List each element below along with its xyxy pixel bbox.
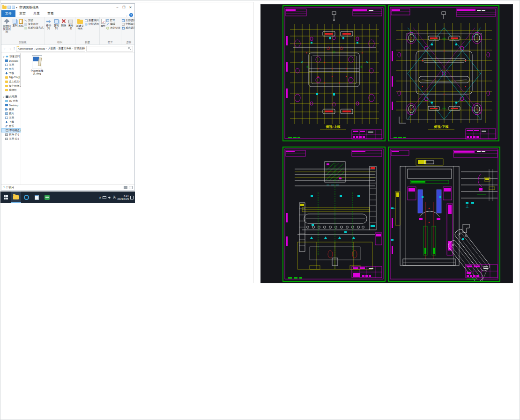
select-none-button[interactable]: 全部取消 — [122, 22, 134, 26]
copy-path-button[interactable]: 复制路径 — [24, 22, 44, 26]
sidebar-item-3d-objects[interactable]: 3D 对象 — [1, 99, 21, 103]
breadcrumb[interactable]: Administrator Desktop 大航图 新建文件夹 空调面板模具 ⌄… — [16, 46, 85, 52]
edit-button[interactable]: 编辑 — [106, 22, 120, 26]
move-to-button[interactable]: 移动到 — [45, 18, 52, 30]
sidebar-item-desktop-pc[interactable]: Desktop — [1, 103, 21, 107]
sidebar-scrollbar[interactable] — [20, 53, 21, 86]
sidebar-item-folder[interactable]: 稿纸组 — [1, 88, 21, 92]
cut-icon — [24, 19, 27, 22]
taskbar-file-explorer[interactable] — [11, 192, 21, 203]
group-label-clipboard: 剪贴板 — [2, 40, 44, 44]
select-all-button[interactable]: 全部选择 — [122, 19, 134, 22]
new-folder-icon — [77, 20, 83, 24]
rename-button[interactable]: 重命名 — [67, 18, 74, 30]
browser-icon — [24, 195, 29, 200]
sidebar-item-documents[interactable]: 文档 — [1, 63, 21, 67]
breadcrumb-item[interactable]: 大航图 — [45, 47, 55, 50]
sidebar-item-folder[interactable]: 桌上稿文件 — [1, 80, 21, 84]
paste-shortcut-icon — [24, 27, 27, 29]
sidebar-item-drive-d[interactable]: 软件 (D:) — [1, 133, 21, 137]
sidebar-item-music[interactable]: 音乐 — [1, 124, 21, 128]
qat-newfolder-icon[interactable] — [12, 6, 15, 9]
copy-to-button[interactable]: 复制到 — [52, 18, 59, 30]
close-button[interactable]: ✕ — [127, 5, 134, 10]
quick-access-toolbar: ▾ — [2, 6, 17, 9]
help-icon[interactable]: ? — [129, 13, 133, 17]
taskbar-clock[interactable]: 8:41 2021/3/29 — [118, 195, 129, 200]
back-button[interactable]: ← — [3, 46, 7, 51]
breadcrumb-item[interactable]: Desktop — [33, 47, 45, 50]
sidebar-item-drive-e[interactable]: 文档 (E:) — [1, 137, 21, 141]
sheet-title-text: 俯视-下模 — [434, 125, 449, 129]
paste-button[interactable]: 粘贴 — [18, 18, 24, 28]
window-controls: – ❐ ✕ — [114, 5, 134, 10]
breadcrumb-item[interactable]: Administrator — [18, 47, 33, 50]
sidebar-item-downloads-pc[interactable]: 下载 — [1, 120, 21, 124]
pictures-icon — [5, 112, 8, 115]
history-button[interactable]: 历史记录 — [106, 26, 120, 29]
title-bar: ▾ 空调面板模具 – ❐ ✕ — [1, 4, 134, 11]
search-input[interactable] — [86, 46, 133, 52]
tab-view[interactable]: 查看 — [44, 10, 58, 17]
tray-overflow-caret[interactable]: ∧ — [99, 196, 101, 199]
sidebar-item-pictures[interactable]: 图片 — [1, 67, 21, 71]
sidebar-item-folder[interactable]: 9格-33-(扩大) — [1, 75, 21, 80]
easy-access-button[interactable]: 轻松访问 — [85, 22, 99, 26]
up-button[interactable]: ↑ — [13, 46, 15, 51]
breadcrumb-item[interactable]: 新建文件夹 — [56, 47, 71, 50]
sidebar-item-downloads[interactable]: 下载 — [1, 71, 21, 75]
documents-icon — [5, 64, 8, 66]
collapse-ribbon-caret-icon[interactable]: ⌄ — [126, 14, 128, 17]
maximize-button[interactable]: ❐ — [121, 5, 127, 10]
thumbnails-view-icon[interactable] — [129, 186, 133, 189]
qat-customize-caret-icon[interactable]: ▾ — [16, 6, 17, 9]
open-button[interactable]: 打开 — [106, 19, 120, 22]
paste-shortcut-button[interactable]: 粘贴快捷方式 — [24, 26, 44, 29]
navigation-pane: ∨ 快速访问 Desktop 文档 图片 下载 — [1, 52, 21, 184]
file-tile-dwg[interactable]: 空调面板模 具.dwg — [25, 55, 49, 75]
minimize-button[interactable]: – — [114, 5, 120, 10]
delete-button[interactable]: 删除 — [60, 18, 67, 27]
sidebar-item-quick-access[interactable]: ∨ 快速访问 — [1, 54, 21, 59]
sidebar-item-local-disk-c[interactable]: 本地磁盘 (C:) — [1, 128, 21, 133]
start-button[interactable] — [0, 192, 11, 203]
properties-button[interactable]: 属性 — [100, 18, 106, 28]
documents-icon — [5, 117, 8, 119]
sidebar-item-documents-pc[interactable]: 文档 — [1, 116, 21, 120]
ribbon-group-new: 新建文件夹 新建项目 轻松访问 新建 — [75, 17, 100, 44]
taskbar-browser[interactable] — [21, 192, 31, 203]
invert-selection-button[interactable]: 反向选择 — [122, 26, 134, 29]
ribbon-group-select: 全部选择 全部取消 反向选择 选择 — [121, 17, 134, 44]
sidebar-item-this-pc[interactable]: ∨ 此电脑 — [1, 95, 21, 99]
tab-home[interactable]: 主页 — [15, 10, 30, 17]
qat-properties-icon[interactable] — [7, 6, 11, 9]
action-center-icon[interactable] — [130, 196, 134, 199]
file-list-area[interactable]: 空调面板模 具.dwg — [21, 52, 134, 184]
new-item-button[interactable]: 新建项目 — [85, 19, 99, 22]
breadcrumb-item[interactable]: 空调面板模具 — [71, 47, 85, 50]
cut-button[interactable]: 剪切 — [24, 19, 44, 22]
videos-icon — [5, 108, 8, 111]
touch-keyboard-icon[interactable] — [103, 196, 106, 199]
volume-icon[interactable] — [108, 196, 111, 199]
sidebar-item-pictures-pc[interactable]: 图片 — [1, 111, 21, 116]
tab-file[interactable]: 文件 — [1, 10, 15, 17]
this-pc-icon — [6, 96, 8, 98]
forward-button[interactable]: → — [8, 46, 12, 51]
taskbar-green-app[interactable] — [42, 192, 52, 203]
details-view-icon[interactable] — [124, 186, 127, 189]
folder-icon — [5, 81, 8, 83]
3d-objects-icon — [5, 100, 8, 102]
taskbar-document-app[interactable] — [31, 192, 42, 203]
sidebar-item-desktop[interactable]: Desktop — [1, 59, 21, 63]
sidebar-item-videos[interactable]: 视频 — [1, 107, 21, 111]
sidebar-item-folder[interactable]: 每个图纸文件夹 — [1, 84, 21, 88]
delete-icon — [61, 19, 66, 23]
tab-share[interactable]: 共享 — [30, 10, 44, 17]
pin-to-quick-access-button[interactable]: 固定到快速访问 — [2, 18, 12, 34]
input-language-indicator[interactable]: 英 — [113, 195, 116, 199]
copy-button[interactable]: 复制 — [12, 18, 18, 27]
address-bar: ← → ↑ Administrator Desktop 大航图 新建文件夹 空调… — [1, 45, 134, 52]
new-folder-button[interactable]: 新建文件夹 — [76, 18, 84, 30]
copy-path-icon — [24, 23, 27, 26]
